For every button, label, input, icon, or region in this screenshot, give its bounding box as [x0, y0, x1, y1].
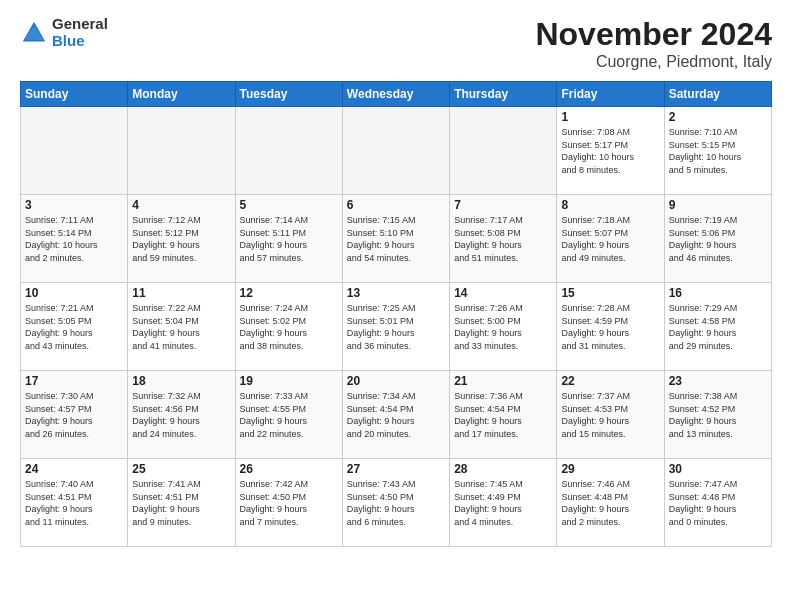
calendar-cell: 2Sunrise: 7:10 AM Sunset: 5:15 PM Daylig… [664, 107, 771, 195]
day-info: Sunrise: 7:43 AM Sunset: 4:50 PM Dayligh… [347, 478, 445, 528]
col-header-monday: Monday [128, 82, 235, 107]
day-number: 24 [25, 462, 123, 476]
logo: General Blue [20, 16, 108, 49]
calendar-cell: 4Sunrise: 7:12 AM Sunset: 5:12 PM Daylig… [128, 195, 235, 283]
day-info: Sunrise: 7:30 AM Sunset: 4:57 PM Dayligh… [25, 390, 123, 440]
day-info: Sunrise: 7:28 AM Sunset: 4:59 PM Dayligh… [561, 302, 659, 352]
page: General Blue November 2024 Cuorgne, Pied… [0, 0, 792, 612]
calendar-week-3: 10Sunrise: 7:21 AM Sunset: 5:05 PM Dayli… [21, 283, 772, 371]
day-number: 19 [240, 374, 338, 388]
day-info: Sunrise: 7:24 AM Sunset: 5:02 PM Dayligh… [240, 302, 338, 352]
calendar-cell: 12Sunrise: 7:24 AM Sunset: 5:02 PM Dayli… [235, 283, 342, 371]
day-number: 7 [454, 198, 552, 212]
calendar-cell: 8Sunrise: 7:18 AM Sunset: 5:07 PM Daylig… [557, 195, 664, 283]
day-info: Sunrise: 7:10 AM Sunset: 5:15 PM Dayligh… [669, 126, 767, 176]
calendar-cell: 28Sunrise: 7:45 AM Sunset: 4:49 PM Dayli… [450, 459, 557, 547]
calendar-title: November 2024 [535, 16, 772, 53]
calendar-cell: 6Sunrise: 7:15 AM Sunset: 5:10 PM Daylig… [342, 195, 449, 283]
day-info: Sunrise: 7:47 AM Sunset: 4:48 PM Dayligh… [669, 478, 767, 528]
calendar-cell [450, 107, 557, 195]
day-number: 6 [347, 198, 445, 212]
day-number: 12 [240, 286, 338, 300]
logo-line1: General [52, 16, 108, 33]
calendar-cell: 7Sunrise: 7:17 AM Sunset: 5:08 PM Daylig… [450, 195, 557, 283]
calendar-cell: 17Sunrise: 7:30 AM Sunset: 4:57 PM Dayli… [21, 371, 128, 459]
day-info: Sunrise: 7:32 AM Sunset: 4:56 PM Dayligh… [132, 390, 230, 440]
day-info: Sunrise: 7:14 AM Sunset: 5:11 PM Dayligh… [240, 214, 338, 264]
day-number: 26 [240, 462, 338, 476]
day-info: Sunrise: 7:22 AM Sunset: 5:04 PM Dayligh… [132, 302, 230, 352]
svg-marker-1 [24, 26, 44, 40]
calendar-cell: 21Sunrise: 7:36 AM Sunset: 4:54 PM Dayli… [450, 371, 557, 459]
day-info: Sunrise: 7:25 AM Sunset: 5:01 PM Dayligh… [347, 302, 445, 352]
calendar-cell: 20Sunrise: 7:34 AM Sunset: 4:54 PM Dayli… [342, 371, 449, 459]
day-info: Sunrise: 7:18 AM Sunset: 5:07 PM Dayligh… [561, 214, 659, 264]
calendar-cell: 14Sunrise: 7:26 AM Sunset: 5:00 PM Dayli… [450, 283, 557, 371]
day-number: 16 [669, 286, 767, 300]
calendar-cell [235, 107, 342, 195]
day-info: Sunrise: 7:42 AM Sunset: 4:50 PM Dayligh… [240, 478, 338, 528]
calendar-cell: 25Sunrise: 7:41 AM Sunset: 4:51 PM Dayli… [128, 459, 235, 547]
day-info: Sunrise: 7:41 AM Sunset: 4:51 PM Dayligh… [132, 478, 230, 528]
day-number: 9 [669, 198, 767, 212]
calendar-cell: 1Sunrise: 7:08 AM Sunset: 5:17 PM Daylig… [557, 107, 664, 195]
calendar-cell [128, 107, 235, 195]
calendar-cell: 27Sunrise: 7:43 AM Sunset: 4:50 PM Dayli… [342, 459, 449, 547]
calendar-cell: 23Sunrise: 7:38 AM Sunset: 4:52 PM Dayli… [664, 371, 771, 459]
col-header-sunday: Sunday [21, 82, 128, 107]
calendar-cell: 26Sunrise: 7:42 AM Sunset: 4:50 PM Dayli… [235, 459, 342, 547]
day-info: Sunrise: 7:29 AM Sunset: 4:58 PM Dayligh… [669, 302, 767, 352]
day-info: Sunrise: 7:37 AM Sunset: 4:53 PM Dayligh… [561, 390, 659, 440]
calendar-cell: 24Sunrise: 7:40 AM Sunset: 4:51 PM Dayli… [21, 459, 128, 547]
calendar-cell: 3Sunrise: 7:11 AM Sunset: 5:14 PM Daylig… [21, 195, 128, 283]
day-number: 14 [454, 286, 552, 300]
day-number: 11 [132, 286, 230, 300]
calendar-cell [342, 107, 449, 195]
day-number: 20 [347, 374, 445, 388]
col-header-thursday: Thursday [450, 82, 557, 107]
day-info: Sunrise: 7:46 AM Sunset: 4:48 PM Dayligh… [561, 478, 659, 528]
day-info: Sunrise: 7:40 AM Sunset: 4:51 PM Dayligh… [25, 478, 123, 528]
day-number: 1 [561, 110, 659, 124]
calendar-week-1: 1Sunrise: 7:08 AM Sunset: 5:17 PM Daylig… [21, 107, 772, 195]
day-number: 25 [132, 462, 230, 476]
day-info: Sunrise: 7:19 AM Sunset: 5:06 PM Dayligh… [669, 214, 767, 264]
col-header-wednesday: Wednesday [342, 82, 449, 107]
day-number: 2 [669, 110, 767, 124]
day-info: Sunrise: 7:17 AM Sunset: 5:08 PM Dayligh… [454, 214, 552, 264]
day-info: Sunrise: 7:34 AM Sunset: 4:54 PM Dayligh… [347, 390, 445, 440]
calendar-table: SundayMondayTuesdayWednesdayThursdayFrid… [20, 81, 772, 547]
calendar-cell: 11Sunrise: 7:22 AM Sunset: 5:04 PM Dayli… [128, 283, 235, 371]
day-number: 30 [669, 462, 767, 476]
calendar-cell: 9Sunrise: 7:19 AM Sunset: 5:06 PM Daylig… [664, 195, 771, 283]
day-number: 5 [240, 198, 338, 212]
col-header-tuesday: Tuesday [235, 82, 342, 107]
day-info: Sunrise: 7:26 AM Sunset: 5:00 PM Dayligh… [454, 302, 552, 352]
col-header-friday: Friday [557, 82, 664, 107]
header: General Blue November 2024 Cuorgne, Pied… [20, 16, 772, 71]
calendar-cell [21, 107, 128, 195]
calendar-cell: 18Sunrise: 7:32 AM Sunset: 4:56 PM Dayli… [128, 371, 235, 459]
logo-line2: Blue [52, 33, 108, 50]
calendar-cell: 22Sunrise: 7:37 AM Sunset: 4:53 PM Dayli… [557, 371, 664, 459]
day-info: Sunrise: 7:33 AM Sunset: 4:55 PM Dayligh… [240, 390, 338, 440]
day-info: Sunrise: 7:45 AM Sunset: 4:49 PM Dayligh… [454, 478, 552, 528]
calendar-cell: 19Sunrise: 7:33 AM Sunset: 4:55 PM Dayli… [235, 371, 342, 459]
day-number: 10 [25, 286, 123, 300]
day-number: 23 [669, 374, 767, 388]
calendar-cell: 29Sunrise: 7:46 AM Sunset: 4:48 PM Dayli… [557, 459, 664, 547]
day-number: 3 [25, 198, 123, 212]
title-block: November 2024 Cuorgne, Piedmont, Italy [535, 16, 772, 71]
calendar-week-4: 17Sunrise: 7:30 AM Sunset: 4:57 PM Dayli… [21, 371, 772, 459]
calendar-week-5: 24Sunrise: 7:40 AM Sunset: 4:51 PM Dayli… [21, 459, 772, 547]
calendar-cell: 15Sunrise: 7:28 AM Sunset: 4:59 PM Dayli… [557, 283, 664, 371]
logo-icon [20, 19, 48, 47]
day-number: 21 [454, 374, 552, 388]
calendar-header-row: SundayMondayTuesdayWednesdayThursdayFrid… [21, 82, 772, 107]
logo-text: General Blue [52, 16, 108, 49]
day-info: Sunrise: 7:11 AM Sunset: 5:14 PM Dayligh… [25, 214, 123, 264]
day-info: Sunrise: 7:15 AM Sunset: 5:10 PM Dayligh… [347, 214, 445, 264]
calendar-cell: 5Sunrise: 7:14 AM Sunset: 5:11 PM Daylig… [235, 195, 342, 283]
day-info: Sunrise: 7:38 AM Sunset: 4:52 PM Dayligh… [669, 390, 767, 440]
day-number: 18 [132, 374, 230, 388]
